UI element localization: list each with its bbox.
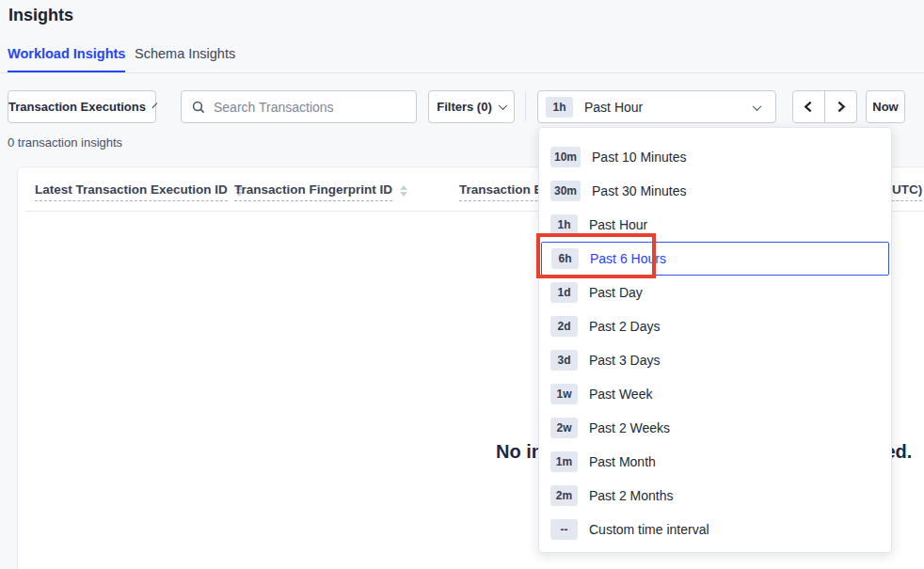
interval-badge: 1h xyxy=(550,214,578,235)
now-label: Now xyxy=(872,100,898,114)
menu-item-past-hour[interactable]: 1h Past Hour xyxy=(539,208,891,242)
interval-badge: 6h xyxy=(551,248,579,269)
menu-item-past-month[interactable]: 1m Past Month xyxy=(539,445,891,479)
sort-icon[interactable] xyxy=(400,185,407,197)
interval-label: Custom time interval xyxy=(589,522,709,537)
tab-bar: Workload Insights Schema Insights xyxy=(0,43,924,73)
menu-item-past-6-hours[interactable]: 6h Past 6 Hours xyxy=(541,242,889,276)
time-interval-dropdown: 10m Past 10 Minutes 30m Past 30 Minutes … xyxy=(538,127,892,553)
interval-badge: 1w xyxy=(550,384,578,404)
tab-schema-insights[interactable]: Schema Insights xyxy=(135,46,235,71)
previous-interval-button[interactable] xyxy=(793,91,825,122)
interval-badge: 30m xyxy=(550,181,581,201)
menu-item-past-10-minutes[interactable]: 10m Past 10 Minutes xyxy=(539,140,891,174)
workload-type-select[interactable]: Transaction Executions xyxy=(8,90,156,123)
time-pager xyxy=(792,90,857,123)
search-box xyxy=(181,90,417,123)
interval-badge: 10m xyxy=(550,147,581,167)
interval-label: Past 6 Hours xyxy=(590,251,666,266)
workload-type-label: Transaction Executions xyxy=(8,100,146,114)
menu-item-past-2-days[interactable]: 2d Past 2 Days xyxy=(539,309,891,343)
interval-badge: 1d xyxy=(550,282,578,303)
interval-badge: 2w xyxy=(550,418,578,438)
page-title: Insights xyxy=(8,6,73,25)
chevron-down-icon xyxy=(152,103,158,108)
menu-item-past-day[interactable]: 1d Past Day xyxy=(539,276,891,309)
interval-badge: 3d xyxy=(550,350,578,371)
filters-button[interactable]: Filters (0) xyxy=(428,90,515,123)
column-label[interactable]: Transaction Fingerprint ID xyxy=(234,182,392,201)
search-icon xyxy=(191,100,206,115)
chevron-left-icon xyxy=(803,101,815,113)
time-interval-badge: 1h xyxy=(546,97,573,118)
menu-item-past-30-minutes[interactable]: 30m Past 30 Minutes xyxy=(539,174,891,208)
column-header-latest-transaction-execution-id: Latest Transaction Execution ID xyxy=(35,182,243,201)
toolbar-divider xyxy=(525,92,526,121)
interval-badge: 1m xyxy=(550,451,578,472)
now-button[interactable]: Now xyxy=(866,90,905,123)
interval-badge: 2m xyxy=(550,485,578,506)
interval-label: Past Week xyxy=(589,387,652,402)
insights-page: Insights Workload Insights Schema Insigh… xyxy=(0,0,924,569)
interval-label: Past Day xyxy=(589,285,643,300)
interval-label: Past 10 Minutes xyxy=(592,150,686,165)
interval-label: Past 2 Weeks xyxy=(589,420,670,435)
interval-label: Past 2 Months xyxy=(589,488,674,503)
tab-workload-insights[interactable]: Workload Insights xyxy=(8,46,125,72)
interval-badge: 2d xyxy=(550,316,578,337)
time-interval-select[interactable]: 1h Past Hour xyxy=(537,90,776,123)
chevron-down-icon xyxy=(498,101,507,110)
time-interval-label: Past Hour xyxy=(584,100,643,115)
column-label[interactable]: Latest Transaction Execution ID xyxy=(35,182,228,201)
column-header-transaction-fingerprint-id: Transaction Fingerprint ID xyxy=(234,182,407,201)
chevron-right-icon xyxy=(835,101,847,113)
search-input[interactable] xyxy=(214,100,406,115)
menu-item-past-2-weeks[interactable]: 2w Past 2 Weeks xyxy=(539,411,891,445)
menu-item-past-week[interactable]: 1w Past Week xyxy=(539,377,891,411)
interval-badge: -- xyxy=(550,519,578,540)
menu-item-custom-time-interval[interactable]: -- Custom time interval xyxy=(539,513,891,546)
filters-label: Filters (0) xyxy=(437,100,492,114)
insights-count: 0 transaction insights xyxy=(8,135,122,150)
menu-item-past-2-months[interactable]: 2m Past 2 Months xyxy=(539,479,891,513)
menu-item-past-3-days[interactable]: 3d Past 3 Days xyxy=(539,343,891,377)
interval-label: Past 30 Minutes xyxy=(592,183,686,198)
next-interval-button[interactable] xyxy=(825,91,857,122)
interval-label: Past 2 Days xyxy=(589,319,660,334)
interval-label: Past 3 Days xyxy=(589,353,660,368)
interval-label: Past Month xyxy=(589,454,656,469)
interval-label: Past Hour xyxy=(589,217,647,232)
chevron-down-icon xyxy=(753,102,762,111)
